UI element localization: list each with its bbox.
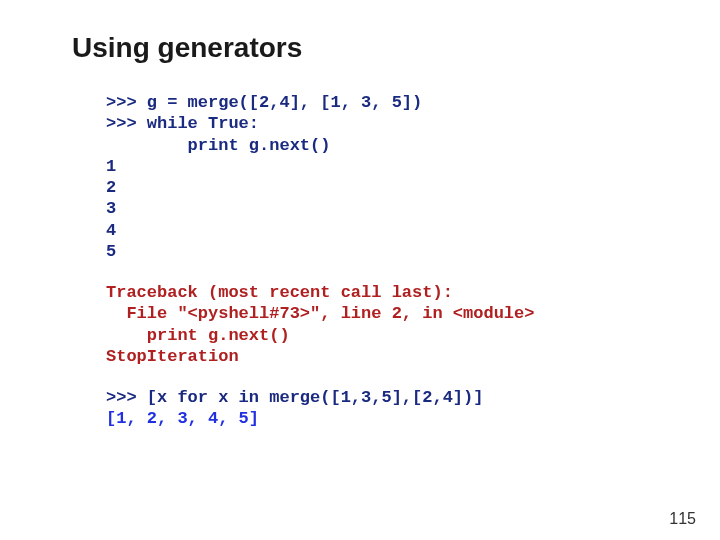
code-line: 1 (106, 157, 116, 176)
code-line: >>> [x for x in merge([1,3,5],[2,4])] (106, 388, 483, 407)
code-block-1: >>> g = merge([2,4], [1, 3, 5]) >>> whil… (106, 92, 660, 262)
code-line: 2 (106, 178, 116, 197)
code-line: File "<pyshell#73>", line 2, in <module> (106, 304, 534, 323)
slide-title: Using generators (72, 32, 660, 64)
code-line: [1, 2, 3, 4, 5] (106, 409, 259, 428)
code-line: 5 (106, 242, 116, 261)
code-line: print g.next() (106, 326, 290, 345)
code-block-2: Traceback (most recent call last): File … (106, 282, 660, 367)
code-line: print g.next() (106, 136, 330, 155)
slide: Using generators >>> g = merge([2,4], [1… (0, 0, 720, 540)
code-line: 3 (106, 199, 116, 218)
page-number: 115 (669, 510, 696, 528)
code-line: StopIteration (106, 347, 239, 366)
code-line: >>> while True: (106, 114, 259, 133)
code-block-3: >>> [x for x in merge([1,3,5],[2,4])] [1… (106, 387, 660, 430)
code-line: Traceback (most recent call last): (106, 283, 453, 302)
code-line: >>> g = merge([2,4], [1, 3, 5]) (106, 93, 422, 112)
code-line: 4 (106, 221, 116, 240)
